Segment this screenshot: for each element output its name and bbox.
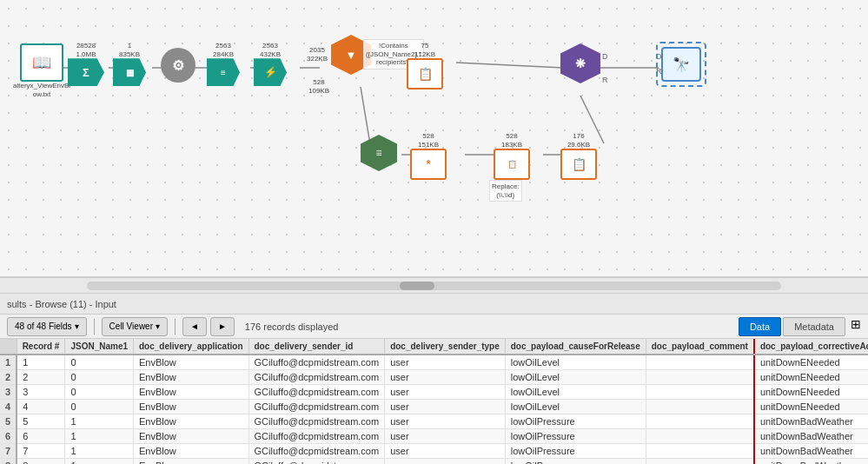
cell-doc_payload_correctiveAct: unitDownENeeded — [754, 370, 868, 385]
cell-rownum: 1 — [0, 355, 17, 370]
gear-node[interactable]: ⚙ — [161, 48, 195, 83]
cell-viewer-btn[interactable]: Cell Viewer — [102, 317, 168, 336]
cell-rownum: 4 — [0, 400, 17, 414]
filter2-node[interactable]: ≡ — [361, 135, 397, 171]
cell-doc_payload_correctiveAct: unitDownBadWeather — [754, 444, 868, 459]
fields-dropdown-btn[interactable]: 48 of 48 Fields — [7, 317, 87, 336]
replace-label: Replace:(\\.\\d) — [489, 180, 522, 202]
cell-doc_delivery_application: EnvBlow — [134, 429, 249, 444]
tab-data-btn[interactable]: Data — [739, 317, 781, 336]
input-node[interactable]: 📖 alteryx_ViewEnvBlow.txt — [13, 43, 70, 98]
table-row: 551EnvBlowGCiluffo@dcpmidstream.comuserl… — [0, 414, 868, 429]
cell-doc_payload_causeForRelease: lowOilLevel — [505, 370, 646, 385]
cell-rownum: 2 — [0, 370, 17, 385]
cell-doc_delivery_sender_type: user — [385, 355, 506, 370]
cell-doc_delivery_application: EnvBlow — [134, 459, 249, 465]
tab-metadata-btn[interactable]: Metadata — [783, 317, 845, 336]
toolbar-divider-2 — [175, 319, 176, 335]
cell-json_name1: 0 — [65, 400, 134, 414]
tab-buttons: Data Metadata ⊞ — [739, 317, 861, 336]
cell-rownum: 3 — [0, 385, 17, 400]
cell-doc_delivery_sender_type: user — [385, 444, 506, 459]
cell-doc_payload_causeForRelease: lowOilPressure — [505, 444, 646, 459]
nav-prev-btn[interactable]: ◄ — [182, 317, 207, 336]
cell-doc_delivery_sender_id: GCiluffo@dcpmidstream.com — [248, 355, 385, 370]
cell-json_name1: 0 — [65, 370, 134, 385]
node-528-151[interactable]: 528151KB * — [410, 132, 447, 180]
table-row: 661EnvBlowGCiluffo@dcpmidstream.comuserl… — [0, 429, 868, 444]
cell-doc_delivery_sender_id: GCiluffo@dcpmidstream.com — [248, 400, 385, 414]
chevron-down-icon-2 — [156, 321, 160, 331]
input-node-label: alteryx_ViewEnvBlow.txt — [13, 82, 70, 98]
cell-json_name1: 1 — [65, 429, 134, 444]
node-75-112[interactable]: 75112KB 📋 — [407, 42, 443, 89]
chevron-down-icon — [75, 321, 79, 331]
workflow-canvas[interactable]: D R D R 📖 alteryx_ViewEnvBlow.txt 285281… — [0, 0, 868, 278]
node-2563-284[interactable]: 2563284KB ≡ — [207, 42, 240, 86]
cell-record: 2 — [17, 370, 65, 385]
col-header-json-name1: JSON_Name1 — [65, 339, 134, 355]
node-528-183[interactable]: 528183KB 📋 Replace:(\\.\\d) — [494, 132, 530, 180]
cell-rownum: 5 — [0, 414, 17, 429]
cell-doc_payload_causeForRelease: lowOilPressure — [505, 459, 646, 465]
table-row: 771EnvBlowGCiluffo@dcpmidstream.comuserl… — [0, 444, 868, 459]
cell-record: 6 — [17, 429, 65, 444]
node-176-296[interactable]: 17629.6KB 📋 — [560, 132, 597, 180]
toolbar-divider — [94, 319, 95, 335]
cell-record: 5 — [17, 414, 65, 429]
scrollbar-track[interactable] — [87, 282, 781, 290]
cell-doc_payload_causeForRelease: lowOilPressure — [505, 414, 646, 429]
node-1-835kb[interactable]: 1835KB ▦ — [113, 42, 146, 86]
cell-doc_payload_causeForRelease: lowOilLevel — [505, 385, 646, 400]
cell-record: 3 — [17, 385, 65, 400]
svg-text:D: D — [602, 52, 608, 61]
cell-doc_delivery_sender_type: user — [385, 429, 506, 444]
cell-doc_payload_comment — [646, 370, 754, 385]
cell-record: 8 — [17, 459, 65, 465]
cell-doc_payload_comment — [646, 355, 754, 370]
cell-doc_payload_causeForRelease: lowOilLevel — [505, 355, 646, 370]
col-header-comment: doc_payload_comment — [646, 339, 754, 355]
table-row: 440EnvBlowGCiluffo@dcpmidstream.comuserl… — [0, 400, 868, 414]
table-row: 881EnvBlowGCiluffo@dcpmidstream.comuserl… — [0, 459, 868, 465]
cell-doc_delivery_sender_id: GCiluffo@dcpmidstream.com — [248, 414, 385, 429]
cell-doc_payload_correctiveAct: unitDownENeeded — [754, 355, 868, 370]
cell-json_name1: 1 — [65, 459, 134, 465]
col-header-corrective-act: doc_payload_correctiveAct — [754, 339, 868, 355]
browse-node[interactable]: 🔭 — [656, 42, 706, 87]
cell-doc_payload_correctiveAct: unitDownBadWeather — [754, 414, 868, 429]
cell-record: 1 — [17, 355, 65, 370]
cell-doc_delivery_sender_id: GCiluffo@dcpmidstream.com — [248, 459, 385, 465]
panel-expand-icon[interactable]: ⊞ — [851, 317, 861, 336]
cell-doc_delivery_sender_type: user — [385, 459, 506, 465]
nav-next-btn[interactable]: ► — [210, 317, 235, 336]
cell-doc_payload_comment — [646, 414, 754, 429]
horizontal-scrollbar[interactable] — [0, 278, 868, 294]
node-2563-432[interactable]: 2563432KB ⚡ — [254, 42, 287, 86]
node-28528[interactable]: 285281.0MB Σ — [68, 42, 104, 86]
table-row: 330EnvBlowGCiluffo@dcpmidstream.comuserl… — [0, 385, 868, 400]
col-header-record: Record # — [17, 339, 65, 355]
cell-doc_delivery_sender_id: GCiluffo@dcpmidstream.com — [248, 429, 385, 444]
col-header-cause-release: doc_payload_causeForRelease — [505, 339, 646, 355]
table-row: 110EnvBlowGCiluffo@dcpmidstream.comuserl… — [0, 355, 868, 370]
cell-json_name1: 1 — [65, 444, 134, 459]
join-node[interactable]: ❋ — [560, 43, 600, 83]
cell-json_name1: 0 — [65, 385, 134, 400]
cell-doc_delivery_sender_type: user — [385, 385, 506, 400]
cell-json_name1: 1 — [65, 414, 134, 429]
cell-doc_delivery_sender_type: user — [385, 414, 506, 429]
cell-doc_delivery_application: EnvBlow — [134, 385, 249, 400]
scrollbar-thumb[interactable] — [400, 282, 434, 290]
cell-doc_payload_causeForRelease: lowOilPressure — [505, 429, 646, 444]
cell-doc_delivery_application: EnvBlow — [134, 414, 249, 429]
cell-json_name1: 0 — [65, 355, 134, 370]
cell-doc_payload_comment — [646, 429, 754, 444]
cell-doc_delivery_sender_id: GCiluffo@dcpmidstream.com — [248, 370, 385, 385]
filter-node[interactable]: 2035322KB ▼ !Contains([JSON_Name2],"reci… — [307, 35, 371, 75]
cell-doc_delivery_application: EnvBlow — [134, 400, 249, 414]
cell-doc_payload_comment — [646, 385, 754, 400]
cell-doc_payload_comment — [646, 459, 754, 465]
records-count: 176 records displayed — [245, 321, 339, 332]
col-header-sender-type: doc_delivery_sender_type — [385, 339, 506, 355]
